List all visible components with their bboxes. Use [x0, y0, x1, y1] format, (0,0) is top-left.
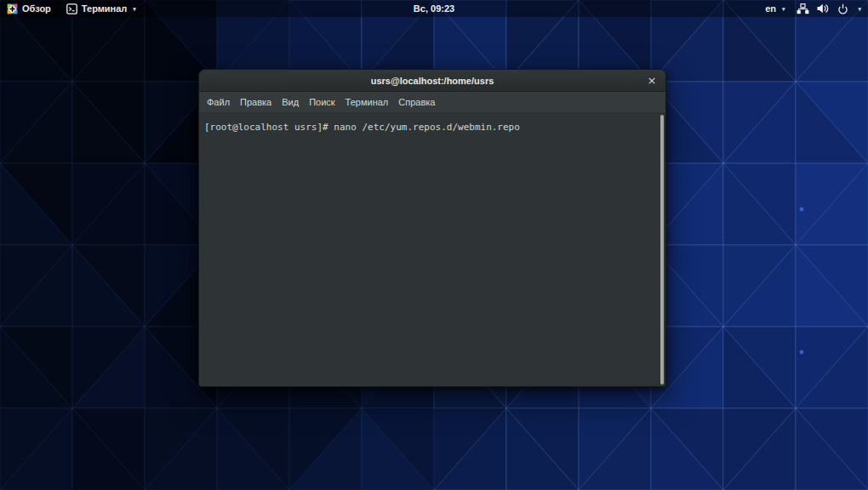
- top-bar-right: en ▾: [765, 0, 861, 17]
- keyboard-layout-button[interactable]: en ▾: [765, 0, 785, 17]
- top-bar: Обзор Терминал ▾ Вс, 09:23 en ▾: [0, 0, 868, 17]
- terminal-window: usrs@localhost:/home/usrs × Файл Правка …: [198, 69, 666, 387]
- window-titlebar[interactable]: usrs@localhost:/home/usrs ×: [199, 70, 665, 92]
- keyboard-layout-label: en: [765, 0, 776, 17]
- window-title: usrs@localhost:/home/usrs: [371, 76, 494, 86]
- close-button[interactable]: ×: [643, 70, 660, 91]
- menu-item-terminal[interactable]: Терминал: [340, 95, 394, 109]
- scrollbar-thumb[interactable]: [660, 115, 664, 385]
- terminal-content[interactable]: [root@localhost usrs]# nano /etc/yum.rep…: [199, 113, 665, 386]
- menu-item-file[interactable]: Файл: [202, 95, 235, 109]
- clock-button[interactable]: Вс, 09:23: [414, 0, 454, 17]
- terminal-prompt-line: [root@localhost usrs]# nano /etc/yum.rep…: [199, 113, 665, 134]
- chevron-down-icon: ▾: [858, 6, 861, 12]
- network-icon: [797, 3, 809, 14]
- activities-label: Обзор: [22, 0, 51, 17]
- activities-button[interactable]: Обзор: [7, 0, 51, 17]
- system-menu-button[interactable]: ▾: [797, 3, 861, 14]
- menu-item-edit[interactable]: Правка: [235, 95, 277, 109]
- menu-bar: Файл Правка Вид Поиск Терминал Справка: [199, 92, 665, 113]
- menu-item-view[interactable]: Вид: [277, 95, 304, 109]
- volume-icon: [817, 3, 830, 14]
- menu-item-search[interactable]: Поиск: [304, 95, 340, 109]
- chevron-down-icon: ▾: [133, 6, 136, 12]
- terminal-app-icon: [66, 3, 77, 14]
- distro-logo-icon: [7, 3, 18, 14]
- power-icon: [837, 3, 848, 14]
- app-menu-button[interactable]: Терминал ▾: [66, 0, 136, 17]
- app-menu-label: Терминал: [82, 0, 128, 17]
- chevron-down-icon: ▾: [782, 6, 785, 12]
- top-bar-left: Обзор Терминал ▾: [7, 0, 136, 17]
- menu-item-help[interactable]: Справка: [393, 95, 440, 109]
